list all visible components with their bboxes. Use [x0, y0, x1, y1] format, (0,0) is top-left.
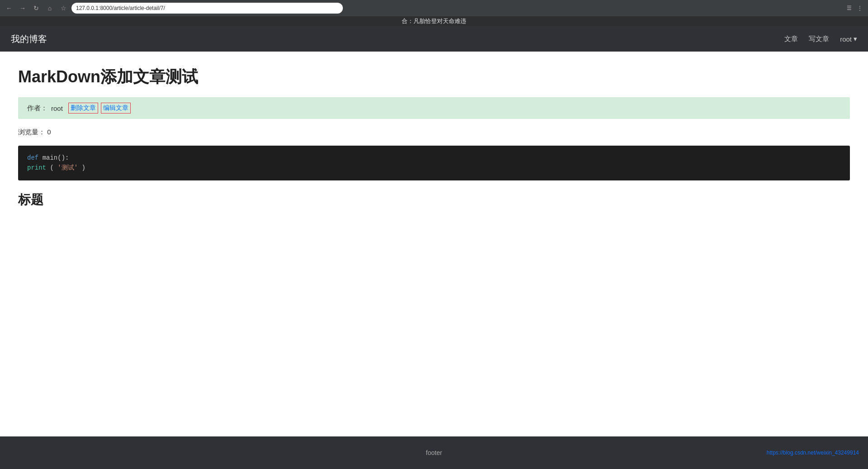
reload-button[interactable]: ↻ [31, 3, 42, 14]
page-title-text: 合：凡胎恰登对天命难违 [402, 17, 466, 25]
navbar-links: 文章 写文章 root ▾ [784, 35, 857, 43]
navbar-username: root [840, 35, 852, 43]
browser-chrome: ← → ↻ ⌂ ☆ ☰ ⋮ [0, 0, 868, 16]
code-string-value: '测试' [57, 164, 78, 171]
main-content: MarkDown添加文章测试 作者： root 删除文章 编辑文章 浏览量： 0… [0, 52, 868, 436]
navbar-articles-link[interactable]: 文章 [784, 35, 798, 43]
delete-article-link[interactable]: 删除文章 [68, 103, 98, 114]
browser-toolbar-icons: ☰ ⋮ [844, 4, 864, 13]
code-keyword-def: def [27, 154, 38, 161]
navbar-brand[interactable]: 我的博客 [11, 33, 47, 45]
view-label: 浏览量： [18, 128, 45, 136]
footer-text: footer [426, 449, 442, 456]
view-count-value: 0 [47, 128, 51, 136]
code-block: def main(): print ( '测试' ) [18, 146, 850, 180]
back-button[interactable]: ← [4, 3, 14, 14]
code-function-name: main(): [43, 154, 69, 161]
extensions-button[interactable]: ☰ [844, 4, 854, 13]
bookmark-button[interactable]: ☆ [58, 3, 69, 14]
navbar-write-link[interactable]: 写文章 [809, 35, 829, 43]
menu-button[interactable]: ⋮ [855, 4, 864, 13]
edit-article-link[interactable]: 编辑文章 [101, 103, 131, 114]
code-paren-open: ( [50, 164, 53, 171]
navbar: 我的博客 文章 写文章 root ▾ [0, 26, 868, 52]
footer-link[interactable]: https://blog.csdn.net/weixin_43249914 [767, 450, 859, 456]
article-title: MarkDown添加文章测试 [18, 66, 850, 88]
navbar-user-menu[interactable]: root ▾ [840, 35, 857, 43]
code-line-1: def main(): [27, 153, 841, 163]
author-actions: 删除文章 编辑文章 [68, 103, 131, 114]
author-label: 作者： [27, 104, 47, 113]
author-name: root [51, 104, 63, 112]
section-heading: 标题 [18, 191, 850, 208]
page-title-bar: 合：凡胎恰登对天命难违 [0, 16, 868, 26]
author-bar: 作者： root 删除文章 编辑文章 [18, 97, 850, 119]
address-bar[interactable] [71, 3, 343, 14]
view-count-bar: 浏览量： 0 [18, 128, 850, 137]
home-button[interactable]: ⌂ [44, 3, 55, 14]
code-print-builtin: print [27, 164, 46, 171]
code-line-2: print ( '测试' ) [27, 163, 841, 173]
forward-button[interactable]: → [17, 3, 28, 14]
navbar-dropdown-icon: ▾ [854, 35, 857, 43]
code-paren-close: ) [81, 164, 85, 171]
site-footer: footer https://blog.csdn.net/weixin_4324… [0, 436, 868, 469]
